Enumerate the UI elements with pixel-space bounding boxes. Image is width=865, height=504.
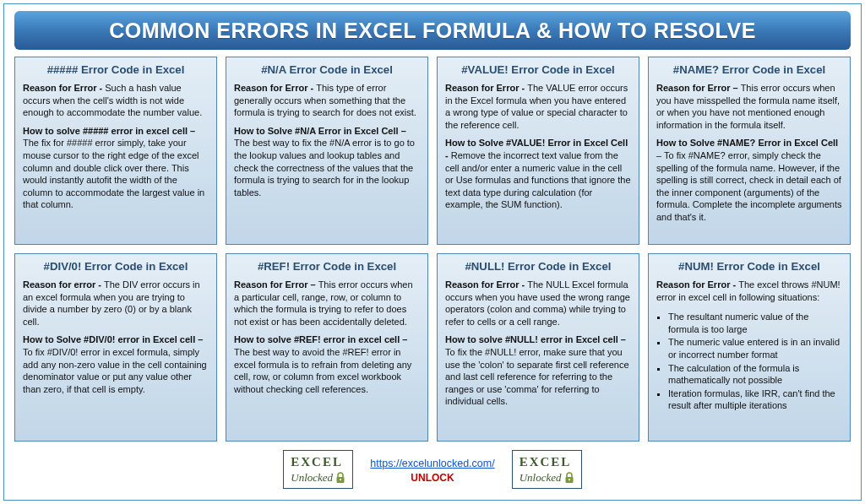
logo-left: EXCEL Unlocked (283, 450, 353, 489)
footer: EXCEL Unlocked https://excelunlocked.com… (14, 450, 851, 489)
card-name-error: #NAME? Error Code in Excel Reason for Er… (648, 57, 851, 245)
card-value-error: #VALUE! Error Code in Excel Reason for E… (437, 57, 639, 245)
solve-paragraph: How to Solve #DIV/0! error in Excel cell… (23, 333, 209, 395)
logo-text-big: EXCEL (291, 455, 345, 469)
reason-paragraph: Reason for Error - This type of error ge… (234, 82, 420, 119)
reason-paragraph: Reason for Error - The NULL Excel formul… (445, 279, 631, 328)
solve-paragraph: How to solve #REF! error in excel cell –… (234, 333, 420, 395)
lock-icon (335, 472, 345, 487)
unlock-text: UNLOCK (370, 472, 494, 484)
cards-grid: ##### Error Code in Excel Reason for Err… (14, 57, 851, 442)
list-item: The numeric value entered is in an inval… (668, 336, 842, 360)
solve-paragraph: How to Solve #NAME? Error in Excel Cell … (656, 137, 842, 223)
page-title: COMMON ERRORS IN EXCEL FORMULA & HOW TO … (14, 11, 851, 50)
svg-point-1 (340, 479, 341, 480)
card-title: ##### Error Code in Excel (23, 62, 209, 77)
bullet-list: The resultant numeric value of the formu… (656, 311, 842, 412)
solve-paragraph: How to Solve #N/A Error in Excel Cell – … (234, 125, 420, 198)
card-hash-error: ##### Error Code in Excel Reason for Err… (14, 57, 217, 245)
card-title: #REF! Error Code in Excel (234, 259, 420, 274)
list-item: Iteration formulas, like IRR, can't find… (668, 387, 842, 412)
reason-paragraph: Reason for Error - Such a hash value occ… (23, 82, 209, 119)
svg-point-3 (569, 479, 570, 480)
solve-paragraph: How to solve ##### error in excel cell –… (23, 125, 209, 211)
logo-text-big: EXCEL (520, 455, 574, 469)
solve-paragraph: How to solve #NULL! error in Excel cell … (445, 333, 631, 407)
page-frame: COMMON ERRORS IN EXCEL FORMULA & HOW TO … (3, 3, 862, 501)
card-null-error: #NULL! Error Code in Excel Reason for Er… (437, 253, 639, 442)
logo-text-small: Unlocked (520, 469, 574, 485)
reason-paragraph: Reason for Error - The excel throws #NUM… (656, 279, 842, 303)
card-div0-error: #DIV/0! Error Code in Excel Reason for e… (14, 253, 217, 442)
card-title: #NULL! Error Code in Excel (445, 259, 631, 274)
card-title: #NAME? Error Code in Excel (656, 62, 842, 77)
reason-paragraph: Reason for Error - The VALUE error occur… (445, 82, 631, 131)
card-title: #VALUE! Error Code in Excel (445, 62, 631, 77)
list-item: The resultant numeric value of the formu… (668, 311, 842, 335)
footer-center: https://excelunlocked.com/ UNLOCK (370, 455, 494, 484)
card-num-error: #NUM! Error Code in Excel Reason for Err… (648, 253, 851, 442)
card-title: #N/A Error Code in Excel (234, 62, 420, 77)
reason-paragraph: Reason for Error – This error occurs whe… (234, 279, 420, 328)
card-ref-error: #REF! Error Code in Excel Reason for Err… (226, 253, 428, 442)
list-item: The calculation of the formula is mathem… (668, 362, 842, 387)
logo-text-small: Unlocked (291, 469, 345, 485)
reason-paragraph: Reason for error - The DIV error occurs … (23, 279, 209, 328)
reason-paragraph: Reason for Error – This error occurs whe… (656, 82, 842, 131)
card-na-error: #N/A Error Code in Excel Reason for Erro… (226, 57, 428, 245)
site-link[interactable]: https://excelunlocked.com/ (370, 458, 494, 469)
card-title: #NUM! Error Code in Excel (656, 259, 842, 274)
solve-paragraph: How to Solve #VALUE! Error in Excel Cell… (445, 137, 631, 210)
lock-icon (564, 472, 574, 487)
logo-right: EXCEL Unlocked (512, 450, 582, 489)
card-title: #DIV/0! Error Code in Excel (23, 259, 209, 274)
